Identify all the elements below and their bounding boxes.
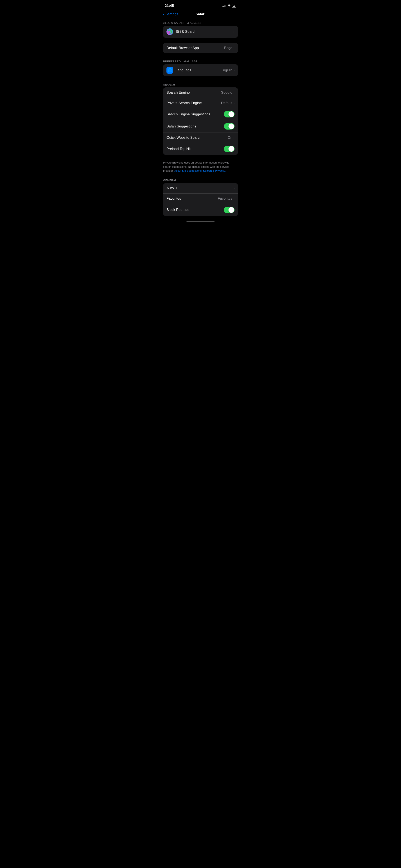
section-label-language: PREFERRED LANGUAGE [160, 58, 241, 64]
favorites-row[interactable]: Favorites Favorites › [163, 194, 238, 204]
toggle-knob [228, 123, 234, 129]
autofill-row[interactable]: AutoFill › [163, 183, 238, 194]
wifi-icon [227, 4, 231, 7]
private-search-engine-row[interactable]: Private Search Engine Default › [163, 98, 238, 108]
toggle-knob [228, 207, 234, 213]
preload-top-hit-label: Preload Top Hit [167, 147, 224, 151]
block-popups-label: Block Pop-ups [167, 208, 224, 212]
status-bar: 21:45 51 [160, 0, 241, 10]
status-time: 21:45 [165, 4, 174, 8]
preload-top-hit-row[interactable]: Preload Top Hit [163, 143, 238, 155]
private-search-engine-label: Private Search Engine [167, 101, 221, 105]
quick-website-search-row[interactable]: Quick Website Search On › [163, 132, 238, 143]
search-engine-suggestions-label: Search Engine Suggestions [167, 112, 224, 116]
battery-level: 51 [233, 5, 235, 7]
general-group: AutoFill › Favorites Favorites › Block P… [163, 183, 238, 216]
home-indicator [187, 221, 214, 222]
quick-website-search-label: Quick Website Search [167, 135, 228, 140]
chevron-icon: › [233, 186, 234, 190]
default-browser-value: Edge [224, 46, 232, 50]
chevron-icon: › [233, 46, 234, 50]
search-engine-label: Search Engine [167, 91, 221, 95]
block-popups-row[interactable]: Block Pop-ups [163, 204, 238, 216]
quick-website-search-value: On [228, 135, 232, 140]
block-popups-toggle[interactable] [224, 207, 234, 213]
signal-bar-3 [225, 5, 225, 7]
chevron-icon: › [233, 197, 234, 200]
section-label-search: SEARCH [160, 81, 241, 87]
safari-suggestions-toggle[interactable] [224, 123, 234, 129]
language-group: 🌐 Language English › [163, 64, 238, 76]
chevron-icon: › [233, 91, 234, 94]
signal-bar-1 [223, 6, 223, 7]
toggle-knob [228, 112, 234, 117]
search-engine-value: Google [221, 91, 232, 95]
battery-icon: 51 [232, 4, 236, 8]
preload-top-hit-toggle[interactable] [224, 146, 234, 152]
back-button[interactable]: ‹ Settings [163, 12, 178, 17]
page-title: Safari [196, 12, 205, 16]
language-value: English [221, 68, 232, 72]
search-engine-suggestions-row[interactable]: Search Engine Suggestions [163, 108, 238, 120]
search-group: Search Engine Google › Private Search En… [163, 87, 238, 155]
default-browser-group: Default Browser App Edge › [163, 43, 238, 53]
nav-bar: ‹ Settings Safari [160, 10, 241, 20]
globe-icon: 🌐 [167, 67, 173, 74]
siri-search-label: Siri & Search [176, 30, 233, 34]
toggle-knob [228, 146, 234, 152]
search-engine-suggestions-toggle[interactable] [224, 111, 234, 118]
safari-suggestions-label: Safari Suggestions [167, 124, 224, 128]
signal-bar-4 [226, 5, 226, 7]
chevron-icon: › [233, 69, 234, 72]
chevron-icon: › [233, 101, 234, 105]
siri-search-row[interactable]: Siri & Search › [163, 26, 238, 38]
section-label-allow-access: ALLOW SAFARI TO ACCESS [160, 20, 241, 26]
search-footer: Private Browsing uses on-device informat… [160, 160, 241, 177]
signal-bar-2 [224, 6, 224, 7]
siri-icon [167, 28, 173, 35]
favorites-value: Favorites [218, 196, 232, 201]
svg-point-0 [168, 30, 172, 34]
private-search-engine-value: Default [221, 101, 232, 105]
language-row[interactable]: 🌐 Language English › [163, 64, 238, 76]
section-label-general: GENERAL [160, 177, 241, 183]
favorites-label: Favorites [167, 196, 218, 201]
search-engine-row[interactable]: Search Engine Google › [163, 87, 238, 98]
search-footer-link[interactable]: About Siri Suggestions, Search & Privacy… [174, 169, 227, 172]
allow-access-group: Siri & Search › [163, 26, 238, 38]
signal-bars-icon [223, 4, 226, 7]
chevron-icon: › [233, 136, 234, 140]
back-label: Settings [165, 12, 178, 16]
safari-suggestions-row[interactable]: Safari Suggestions [163, 120, 238, 132]
language-label: Language [176, 68, 221, 72]
autofill-label: AutoFill [167, 186, 233, 190]
chevron-icon: › [233, 30, 234, 33]
default-browser-row[interactable]: Default Browser App Edge › [163, 43, 238, 53]
default-browser-label: Default Browser App [167, 46, 224, 50]
chevron-left-icon: ‹ [163, 12, 165, 17]
status-icons: 51 [223, 4, 236, 8]
